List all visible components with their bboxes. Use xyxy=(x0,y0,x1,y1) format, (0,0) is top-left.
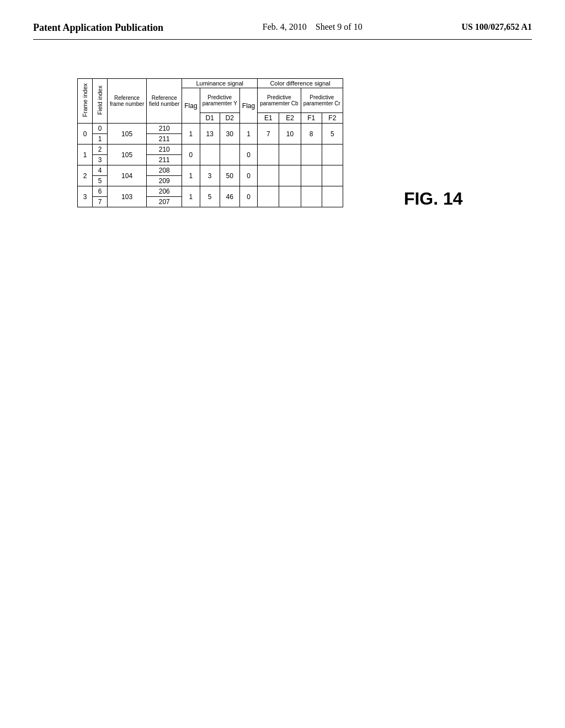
col-y-flag: Flag xyxy=(182,88,200,124)
col-c-flag: Flag xyxy=(239,88,257,124)
table-row: 2 4 104 208 1 3 50 0 xyxy=(78,165,343,176)
cell-cflag-1a: 1 xyxy=(239,124,257,144)
col-e2: E2 xyxy=(279,113,301,124)
col-color-diff-signal: Color difference signal xyxy=(258,79,343,88)
cell-refframe-104: 104 xyxy=(108,165,147,186)
cell-f1-empty2 xyxy=(301,165,322,186)
cell-reffield-210: 210 xyxy=(147,124,182,134)
page-header: Patent Application Publication Feb. 4, 2… xyxy=(33,22,532,40)
cell-e2-empty2 xyxy=(279,165,301,186)
cell-d2-46: 46 xyxy=(220,186,239,207)
cell-field-7: 7 xyxy=(93,197,108,207)
table-container: Frame index Field index Referenceframe n… xyxy=(77,78,343,209)
cell-d1-3: 3 xyxy=(200,165,220,186)
cell-frame-2: 2 xyxy=(78,165,93,186)
cell-reffield-208: 208 xyxy=(147,165,182,176)
cell-reffield-210b: 210 xyxy=(147,144,182,155)
cell-frame-3: 3 xyxy=(78,186,93,207)
figure-label: FIG. 14 xyxy=(404,189,463,209)
cell-reffield-211a: 211 xyxy=(147,134,182,144)
col-frame-index: Frame index xyxy=(78,79,93,124)
col-e1: E1 xyxy=(258,113,279,124)
right-section: FIG. 14 xyxy=(376,78,463,209)
cell-reffield-207: 207 xyxy=(147,197,182,207)
cell-field-6: 6 xyxy=(93,186,108,197)
cell-d1-empty1 xyxy=(200,144,220,165)
cell-yflag-1a: 1 xyxy=(182,124,200,144)
cell-yflag-0a: 0 xyxy=(182,144,200,165)
main-content: Frame index Field index Referenceframe n… xyxy=(33,62,532,209)
col-y-pred: Predictiveparamemter Y xyxy=(200,88,239,113)
cell-f2-5: 5 xyxy=(322,124,343,144)
table-header-row-1: Frame index Field index Referenceframe n… xyxy=(78,79,343,88)
cell-refframe-105a: 105 xyxy=(108,124,147,144)
patent-number: US 100/027,652 A1 xyxy=(461,22,532,32)
col-luminance-signal: Luminance signal xyxy=(182,79,258,88)
col-field-index: Field index xyxy=(93,79,108,124)
cell-e1-empty1 xyxy=(258,144,279,165)
cell-frame-1: 1 xyxy=(78,144,93,165)
cell-yflag-1c: 1 xyxy=(182,186,200,207)
cell-f1-8: 8 xyxy=(301,124,322,144)
cell-f1-empty1 xyxy=(301,144,322,165)
cell-f2-empty3 xyxy=(322,186,343,207)
cell-e1-7: 7 xyxy=(258,124,279,144)
cell-field-4: 4 xyxy=(93,165,108,176)
table-row: 0 0 105 210 1 13 30 1 7 10 8 5 xyxy=(78,124,343,134)
cell-field-5: 5 xyxy=(93,176,108,186)
cell-refframe-105b: 105 xyxy=(108,144,147,165)
cell-d1-13: 13 xyxy=(200,124,220,144)
cell-d1-5: 5 xyxy=(200,186,220,207)
cell-f2-empty2 xyxy=(322,165,343,186)
cell-reffield-211b: 211 xyxy=(147,155,182,165)
col-f2: F2 xyxy=(322,113,343,124)
cell-cflag-0c: 0 xyxy=(239,186,257,207)
cell-e1-empty3 xyxy=(258,186,279,207)
cell-d2-30: 30 xyxy=(220,124,239,144)
cell-cflag-0a: 0 xyxy=(239,144,257,165)
cell-field-0: 0 xyxy=(93,124,108,134)
cell-e2-empty3 xyxy=(279,186,301,207)
table-row: 1 2 105 210 0 0 xyxy=(78,144,343,155)
cell-e1-empty2 xyxy=(258,165,279,186)
col-cb-pred: Predictiveparamemter Cb xyxy=(258,88,301,113)
col-f1: F1 xyxy=(301,113,322,124)
cell-e2-10: 10 xyxy=(279,124,301,144)
cell-reffield-209: 209 xyxy=(147,176,182,186)
cell-d2-empty1 xyxy=(220,144,239,165)
cell-reffield-206: 206 xyxy=(147,186,182,197)
cell-field-2: 2 xyxy=(93,144,108,155)
cell-e2-empty1 xyxy=(279,144,301,165)
cell-d2-50: 50 xyxy=(220,165,239,186)
publication-title: Patent Application Publication xyxy=(33,22,163,34)
header-center: Feb. 4, 2010 Sheet 9 of 10 xyxy=(263,22,363,32)
cell-frame-0: 0 xyxy=(78,124,93,144)
data-table: Frame index Field index Referenceframe n… xyxy=(77,78,343,207)
col-d2: D2 xyxy=(220,113,239,124)
table-row: 3 6 103 206 1 5 46 0 xyxy=(78,186,343,197)
cell-field-3: 3 xyxy=(93,155,108,165)
page: Patent Application Publication Feb. 4, 2… xyxy=(0,0,565,728)
cell-field-1: 1 xyxy=(93,134,108,144)
col-cr-pred: Predictiveparamemter Cr xyxy=(301,88,343,113)
cell-f1-empty3 xyxy=(301,186,322,207)
col-ref-frame: Referenceframe number xyxy=(108,79,147,124)
col-ref-field: Referencefield number xyxy=(147,79,182,124)
cell-f2-empty1 xyxy=(322,144,343,165)
cell-cflag-0b: 0 xyxy=(239,165,257,186)
col-d1: D1 xyxy=(200,113,220,124)
cell-refframe-103: 103 xyxy=(108,186,147,207)
cell-yflag-1b: 1 xyxy=(182,165,200,186)
